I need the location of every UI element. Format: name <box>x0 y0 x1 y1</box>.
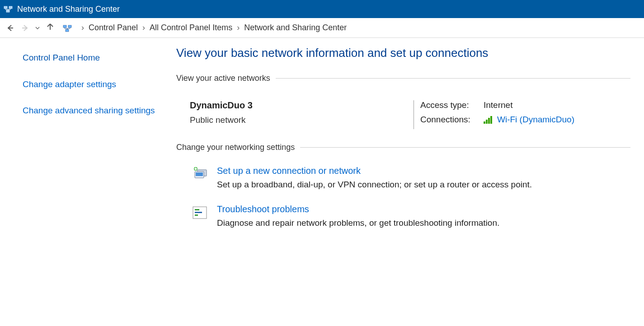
connection-link[interactable]: Wi-Fi (DynamicDuo) <box>484 115 574 125</box>
troubleshoot-item: Troubleshoot problems Diagnose and repai… <box>176 199 630 237</box>
sidebar-control-panel-home[interactable]: Control Panel Home <box>23 51 158 65</box>
page-title: View your basic network information and … <box>176 46 630 60</box>
back-button[interactable] <box>5 23 15 33</box>
svg-rect-4 <box>68 25 71 28</box>
wifi-signal-icon <box>484 116 494 124</box>
location-icon <box>62 23 72 33</box>
connection-link-text: Wi-Fi (DynamicDuo) <box>497 115 574 125</box>
network-name: DynamicDuo 3 <box>190 100 414 111</box>
setup-connection-desc: Set up a broadband, dial-up, or VPN conn… <box>217 180 532 190</box>
setup-connection-icon <box>190 166 210 184</box>
network-category: Public network <box>190 115 414 125</box>
active-networks-header: View your active networks <box>176 74 630 83</box>
change-settings-label: Change your networking settings <box>176 143 295 152</box>
window-title: Network and Sharing Center <box>17 5 120 14</box>
chevron-right-icon: › <box>142 23 145 33</box>
active-network-block: DynamicDuo 3 Public network Access type:… <box>176 91 630 143</box>
setup-connection-link[interactable]: Set up a new connection or network <box>217 166 361 176</box>
access-type-value: Internet <box>484 100 512 110</box>
svg-rect-8 <box>196 172 203 176</box>
svg-rect-12 <box>195 212 202 213</box>
history-dropdown[interactable] <box>35 23 40 33</box>
title-bar: Network and Sharing Center <box>0 0 644 18</box>
chevron-right-icon: › <box>237 23 240 33</box>
breadcrumb-current[interactable]: Network and Sharing Center <box>244 23 347 33</box>
vertical-divider <box>414 100 414 129</box>
svg-rect-11 <box>195 209 199 210</box>
svg-rect-13 <box>195 214 198 216</box>
connections-label: Connections: <box>420 115 484 125</box>
forward-button[interactable] <box>20 23 31 33</box>
breadcrumb-control-panel[interactable]: Control Panel <box>89 23 138 33</box>
change-settings-header: Change your networking settings <box>176 143 630 152</box>
breadcrumb-all-items[interactable]: All Control Panel Items <box>150 23 232 33</box>
divider <box>300 147 630 148</box>
up-button[interactable] <box>46 23 54 33</box>
svg-rect-0 <box>4 6 7 9</box>
setup-connection-item: Set up a new connection or network Set u… <box>176 160 630 199</box>
active-networks-label: View your active networks <box>176 74 270 83</box>
network-center-icon <box>4 5 13 14</box>
nav-bar: › Control Panel › All Control Panel Item… <box>0 18 644 38</box>
troubleshoot-link[interactable]: Troubleshoot problems <box>217 204 309 214</box>
main-panel: View your basic network information and … <box>167 38 644 246</box>
svg-rect-3 <box>63 25 66 28</box>
divider <box>276 78 630 79</box>
troubleshoot-icon <box>190 204 210 222</box>
access-type-label: Access type: <box>420 100 484 110</box>
chevron-right-icon: › <box>81 23 84 33</box>
troubleshoot-desc: Diagnose and repair network problems, or… <box>217 218 499 228</box>
sidebar-change-advanced-sharing[interactable]: Change advanced sharing settings <box>23 104 158 117</box>
sidebar-change-adapter[interactable]: Change adapter settings <box>23 78 158 91</box>
sidebar: Control Panel Home Change adapter settin… <box>0 38 167 246</box>
svg-rect-1 <box>9 6 12 9</box>
